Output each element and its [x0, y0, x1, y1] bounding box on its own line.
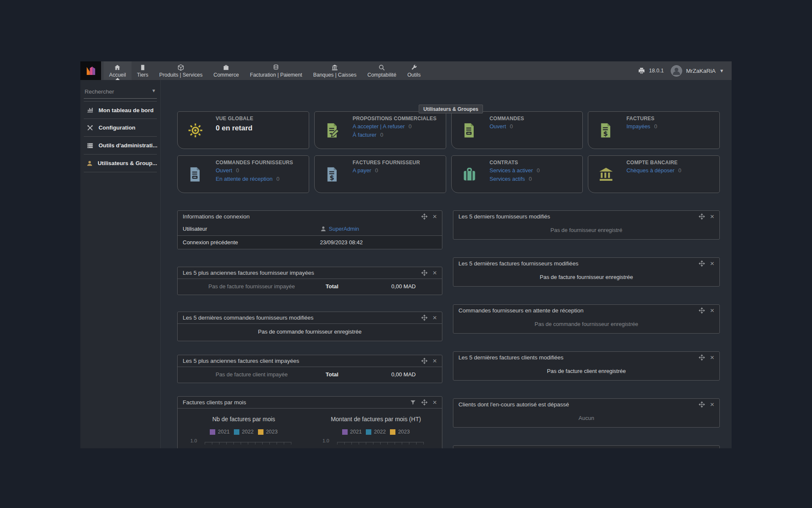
- nav-item-outils[interactable]: Outils: [402, 61, 426, 80]
- main-menu: Accueil Tiers Produits | Services Commer…: [104, 61, 426, 80]
- nav-item-banques-caisses[interactable]: Banques | Caisses: [307, 61, 362, 80]
- card-factures-fournisseur: $ FACTURES FOURNISSEUR A payer0: [314, 155, 446, 193]
- move-icon[interactable]: [699, 260, 705, 267]
- nav-item-accueil[interactable]: Accueil: [104, 61, 132, 80]
- dolibarr-logo-icon[interactable]: [80, 61, 101, 80]
- nav-item-produits-services[interactable]: Produits | Services: [154, 61, 208, 80]
- card-link[interactable]: En attente de réception: [216, 176, 272, 182]
- close-icon[interactable]: ×: [433, 270, 437, 276]
- widgets-column-left: Informations de connexion × Utilisateur …: [177, 210, 442, 448]
- user-link[interactable]: SuperAdmin: [329, 226, 359, 232]
- widget-title: Les 5 derniers fournisseurs modifiés: [458, 213, 550, 220]
- legend-swatch-2023: [390, 429, 395, 435]
- bar-chart-icon: [86, 106, 94, 114]
- nav-item-comptabilite[interactable]: Comptabilité: [362, 61, 402, 80]
- move-icon[interactable]: [421, 315, 428, 321]
- close-icon[interactable]: ×: [433, 400, 437, 405]
- widget-commandes-attente-reception: Commandes fournisseurs en attente de réc…: [453, 304, 720, 334]
- close-icon[interactable]: ×: [710, 214, 714, 219]
- widget-commandes-fournisseurs-modifiees: Les 5 dernières commandes fournisseurs m…: [177, 312, 442, 341]
- move-icon[interactable]: [421, 358, 428, 364]
- printer-icon[interactable]: [638, 67, 645, 75]
- coins-icon: [272, 64, 280, 71]
- search-input[interactable]: [85, 88, 156, 95]
- card-link[interactable]: À facturer: [353, 132, 376, 138]
- card-link[interactable]: A payer: [353, 167, 371, 174]
- widget-title: Les 5 dernières factures clients modifié…: [458, 354, 563, 361]
- sun-icon: [187, 122, 204, 139]
- widget-title: Commandes fournisseurs en attente de réc…: [458, 307, 584, 314]
- legend-swatch-2023: [258, 429, 263, 435]
- nav-label: Produits | Services: [159, 72, 203, 78]
- widget-title: Les 5 dernières factures fournisseurs mo…: [458, 260, 579, 267]
- nav-item-facturation-paiement[interactable]: Facturation | Paiement: [244, 61, 308, 80]
- invoice-dollar-icon: $: [324, 166, 341, 183]
- avatar[interactable]: [671, 65, 682, 77]
- nav-item-tiers[interactable]: Tiers: [132, 61, 154, 80]
- widget-title: Les 5 plus anciennes factures client imp…: [183, 358, 299, 364]
- sidebar-item-outils-administration[interactable]: Outils d'administrati...: [84, 137, 157, 155]
- card-contrats: CONTRATS Services à activer0 Services ac…: [451, 155, 583, 193]
- card-link[interactable]: Ouvert: [216, 167, 232, 174]
- filter-icon[interactable]: [410, 399, 416, 406]
- briefcase-icon: [222, 64, 230, 71]
- charts-row: Nb de factures par mois 2021 2022 2023 1…: [178, 409, 442, 448]
- card-link[interactable]: Chèques à déposer: [626, 167, 674, 174]
- chart-nb-factures: Nb de factures par mois 2021 2022 2023 1…: [178, 409, 310, 448]
- close-icon[interactable]: ×: [433, 315, 437, 320]
- svg-text:$: $: [329, 174, 334, 182]
- close-icon[interactable]: ×: [710, 308, 714, 313]
- legend-swatch-2021: [342, 429, 348, 435]
- move-icon[interactable]: [699, 354, 705, 361]
- close-icon[interactable]: ×: [710, 355, 714, 360]
- table-row: Pas de facture fournisseur impayée Total…: [178, 279, 442, 295]
- move-icon[interactable]: [699, 401, 705, 408]
- legend-swatch-2022: [366, 429, 371, 435]
- chart-legend: 2021 2022 2023: [310, 429, 442, 435]
- card-link[interactable]: Services à activer: [490, 167, 533, 174]
- move-icon[interactable]: [421, 399, 428, 406]
- empty-state-text: Pas de commande fournisseur enregistrée: [453, 316, 719, 333]
- sidebar-item-label: Configuration: [99, 124, 135, 131]
- nav-label: Outils: [407, 72, 420, 78]
- card-link[interactable]: Ouvert: [490, 123, 506, 130]
- move-icon[interactable]: [699, 213, 705, 220]
- table-row: Utilisateur SuperAdmin: [178, 222, 442, 235]
- card-title: VUE GLOBALE: [216, 116, 305, 121]
- close-icon[interactable]: ×: [710, 261, 714, 266]
- chart-montant-factures: Montant de factures par mois (HT) 2021 2…: [310, 409, 442, 448]
- x-axis: [337, 442, 424, 442]
- user-menu[interactable]: MrZaKaRiA: [686, 68, 716, 74]
- sidebar-item-label: Outils d'administrati...: [99, 142, 157, 149]
- sidebar-item-tableau-de-bord[interactable]: Mon tableau de bord: [84, 101, 157, 119]
- nav-item-commerce[interactable]: Commerce: [208, 61, 244, 80]
- close-icon[interactable]: ×: [433, 214, 437, 219]
- widget-informations-connexion: Informations de connexion × Utilisateur …: [177, 210, 442, 249]
- nav-label: Facturation | Paiement: [250, 72, 302, 78]
- app-window: Accueil Tiers Produits | Services Commer…: [80, 61, 732, 448]
- document-icon: [187, 166, 204, 183]
- chevron-down-icon[interactable]: ▼: [719, 68, 724, 73]
- card-compte-bancaire: COMPTE BANCAIRE Chèques à déposer0: [588, 155, 720, 193]
- widget-title: Les 5 plus anciennes factures fournisseu…: [183, 270, 314, 276]
- card-title: CONTRATS: [490, 160, 579, 166]
- card-propositions-commerciales: PROPOSITIONS COMMERCIALES A accepter | A…: [314, 111, 446, 149]
- chart-legend: 2021 2022 2023: [178, 429, 310, 435]
- sidebar-item-utilisateurs-groupes[interactable]: Utilisateurs & Group...: [84, 155, 157, 172]
- move-icon[interactable]: [421, 213, 428, 220]
- card-title: COMPTE BANCAIRE: [626, 160, 716, 166]
- search-caret-icon[interactable]: ▼: [151, 88, 156, 93]
- sidebar-item-configuration[interactable]: Configuration: [84, 119, 157, 137]
- y-tick-label: 1.0: [323, 438, 329, 443]
- card-link[interactable]: Services actifs: [490, 176, 525, 182]
- x-axis: [205, 442, 291, 442]
- empty-state-text: Pas de facture fournisseur enregistrée: [453, 269, 719, 286]
- top-navbar: Accueil Tiers Produits | Services Commer…: [80, 61, 732, 80]
- close-icon[interactable]: ×: [710, 402, 714, 407]
- card-link[interactable]: A accepter | A refuser: [353, 123, 405, 130]
- close-icon[interactable]: ×: [433, 358, 437, 364]
- move-icon[interactable]: [421, 270, 428, 276]
- magnifier-icon: [378, 64, 385, 71]
- card-link[interactable]: Impayées: [626, 123, 650, 130]
- move-icon[interactable]: [699, 307, 705, 314]
